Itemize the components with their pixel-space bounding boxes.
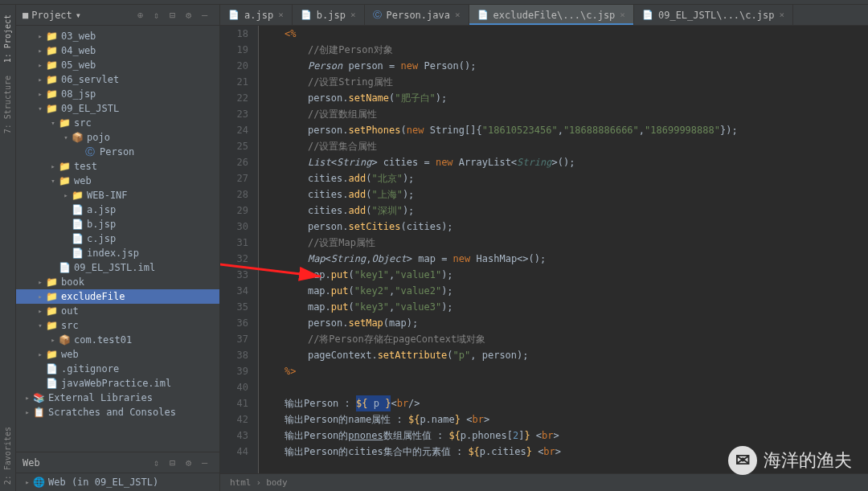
web-module-item[interactable]: ▸🌐 Web (in 09_EL_JSTL) (16, 475, 219, 489)
close-icon[interactable]: × (278, 10, 284, 20)
tree-arrow-icon[interactable]: ▸ (35, 61, 45, 69)
tree-item[interactable]: 📄c.jsp (16, 231, 219, 246)
tree-item[interactable]: 📄javaWebPractice.iml (16, 376, 219, 391)
code-line[interactable] (285, 379, 868, 395)
code-line[interactable]: //将Person存储在pageContext域对象 (285, 331, 868, 347)
tree-item[interactable]: ▸📋Scratches and Consoles (16, 405, 219, 419)
code-line[interactable]: List<String> cities = new ArrayList<Stri… (285, 154, 868, 170)
tree-item[interactable]: ▸📁08_jsp (16, 87, 219, 101)
tree-arrow-icon[interactable]: ▾ (35, 104, 45, 113)
code-line[interactable]: pageContext.setAttribute("p", person); (285, 347, 868, 363)
tree-arrow-icon[interactable]: ▸ (35, 350, 45, 358)
tree-item[interactable]: ▸📁test (16, 159, 219, 174)
tree-arrow-icon[interactable]: ▸ (35, 90, 45, 98)
tree-arrow-icon[interactable]: ▾ (48, 119, 58, 127)
tree-arrow-icon[interactable]: ▸ (35, 307, 45, 315)
code-line[interactable]: 输出Person的pnones数组属性值 : ${p.phones[2]} <b… (285, 428, 868, 444)
tree-item[interactable]: ⒸPerson (16, 145, 219, 159)
tree-arrow-icon[interactable]: ▾ (48, 177, 58, 185)
expand-icon[interactable]: ⇕ (154, 457, 165, 468)
code-line[interactable]: person.setName("肥子白"); (285, 90, 868, 106)
hide-icon[interactable]: — (202, 457, 213, 468)
tree-arrow-icon[interactable]: ▸ (35, 76, 45, 84)
tree-item[interactable]: ▾📁09_EL_JSTL (16, 101, 219, 116)
tree-item[interactable]: ▸📁web (16, 347, 219, 362)
tree-arrow-icon[interactable]: ▸ (48, 336, 58, 344)
crumb-html[interactable]: html (230, 477, 252, 488)
editor-tab[interactable]: 📄excludeFile\...\c.jsp× (469, 5, 634, 25)
tree-arrow-icon[interactable]: ▸ (35, 293, 45, 301)
code-line[interactable]: person.setPhones(new String[]{"186105234… (285, 122, 868, 138)
code-line[interactable]: //创建Person对象 (285, 42, 868, 58)
tree-item[interactable]: ▸📁06_servlet (16, 72, 219, 87)
editor-tab[interactable]: ⒸPerson.java× (365, 5, 469, 25)
tree-item[interactable]: 📄a.jsp (16, 203, 219, 217)
code-line[interactable]: map.put("key3","value3"); (285, 299, 868, 315)
collapse-icon[interactable]: ⊟ (170, 457, 181, 468)
tree-item[interactable]: ▸📁book (16, 275, 219, 289)
collapse-icon[interactable]: ⊟ (170, 10, 181, 21)
close-icon[interactable]: × (779, 10, 784, 20)
tree-item[interactable]: ▸📁WEB-INF (16, 188, 219, 203)
code-line[interactable]: 输出Person : ${ p }<br/> (285, 395, 868, 411)
code-line[interactable]: %> (285, 363, 868, 379)
tree-item[interactable]: 📄b.jsp (16, 217, 219, 231)
code-editor[interactable]: <% //创建Person对象 Person person = new Pers… (275, 26, 868, 473)
project-tree[interactable]: ▸📁03_web▸📁04_web▸📁05_web▸📁06_servlet▸📁08… (16, 26, 219, 452)
code-line[interactable]: //设置Map属性 (285, 235, 868, 251)
tree-arrow-icon[interactable]: ▸ (35, 278, 45, 286)
tree-item[interactable]: ▾📁src (16, 318, 219, 333)
tree-item[interactable]: 📄index.jsp (16, 246, 219, 260)
tree-arrow-icon[interactable]: ▸ (35, 47, 45, 55)
editor-tab[interactable]: 📄09_EL_JSTL\...\c.jsp× (634, 5, 793, 25)
editor-tab[interactable]: 📄b.jsp× (293, 5, 365, 25)
tree-item[interactable]: ▾📦pojo (16, 130, 219, 145)
tree-item[interactable]: 📄.gitignore (16, 362, 219, 376)
tree-item[interactable]: ▸📁out (16, 304, 219, 318)
code-line[interactable]: 输出Person的name属性 : ${p.name} <br> (285, 411, 868, 428)
code-line[interactable]: Person person = new Person(); (285, 58, 868, 74)
editor-tab[interactable]: 📄a.jsp× (220, 5, 293, 25)
code-line[interactable]: //设置String属性 (285, 74, 868, 90)
tree-item[interactable]: ▾📁web (16, 174, 219, 188)
code-line[interactable]: //设置集合属性 (285, 138, 868, 154)
tree-arrow-icon[interactable]: ▾ (61, 133, 71, 141)
code-line[interactable]: <% (285, 26, 868, 42)
tree-item[interactable]: ▸📚External Libraries (16, 391, 219, 405)
code-line[interactable]: cities.add("上海"); (285, 186, 868, 203)
tree-item[interactable]: ▸📁04_web (16, 43, 219, 58)
tree-item[interactable]: 📄09_EL_JSTL.iml (16, 260, 219, 275)
close-icon[interactable]: × (455, 10, 461, 20)
tree-item[interactable]: ▸📁05_web (16, 58, 219, 72)
tree-arrow-icon[interactable]: ▸ (48, 162, 58, 170)
code-line[interactable]: map.put("key2","value2"); (285, 283, 868, 299)
tree-item[interactable]: ▾📁src (16, 116, 219, 130)
tab-structure[interactable]: 7: Structure (2, 69, 14, 140)
tree-item[interactable]: ▸📁03_web (16, 29, 219, 43)
gear-icon[interactable]: ⚙ (186, 10, 197, 21)
tree-arrow-icon[interactable]: ▾ (35, 321, 45, 329)
code-line[interactable]: person.setMap(map); (285, 315, 868, 331)
tree-item[interactable]: ▸📦com.test01 (16, 333, 219, 347)
code-line[interactable]: map.put("key1","value1"); (285, 267, 868, 283)
line-number: 42 (220, 411, 248, 428)
tree-item[interactable]: ▸📁excludeFile (16, 289, 219, 304)
crumb-body[interactable]: body (266, 477, 288, 488)
tree-arrow-icon[interactable]: ▸ (61, 191, 71, 199)
expand-icon[interactable]: ⇕ (154, 10, 165, 21)
tab-project[interactable]: 1: Project (2, 8, 14, 69)
tree-arrow-icon[interactable]: ▸ (35, 32, 45, 40)
tree-arrow-icon[interactable]: ▸ (23, 408, 32, 416)
code-line[interactable]: cities.add("北京"); (285, 170, 868, 186)
code-line[interactable]: //设置数组属性 (285, 106, 868, 122)
tree-arrow-icon[interactable]: ▸ (23, 394, 32, 402)
tab-favorites[interactable]: 2: Favorites (2, 420, 14, 491)
close-icon[interactable]: × (620, 10, 625, 20)
code-line[interactable]: cities.add("深圳"); (285, 203, 868, 219)
code-line[interactable]: person.setCities(cities); (285, 219, 868, 235)
close-icon[interactable]: × (350, 10, 356, 20)
target-icon[interactable]: ⊕ (137, 10, 149, 21)
code-line[interactable]: Map<String,Object> map = new HashMap<>()… (285, 251, 868, 267)
hide-icon[interactable]: — (202, 10, 213, 21)
gear-icon[interactable]: ⚙ (186, 457, 197, 468)
